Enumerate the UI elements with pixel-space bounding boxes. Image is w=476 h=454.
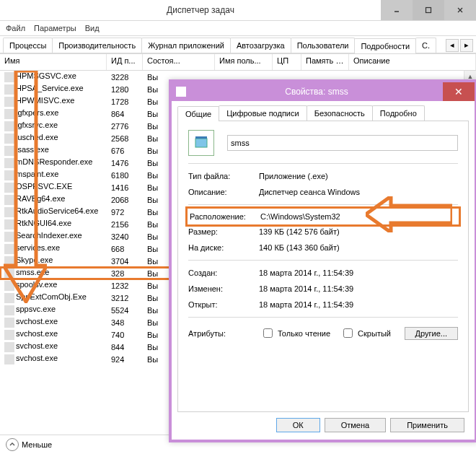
process-icon [4,146,14,156]
process-icon [4,109,14,119]
process-icon [4,195,14,205]
tab-overflow[interactable]: С. [415,38,436,53]
location-label: Расположение: [190,212,260,221]
modified-label: Изменен: [188,284,259,293]
tab-nav-left-icon[interactable]: ◂ [446,39,459,52]
apply-button[interactable]: Применить [390,418,464,432]
dialog-titlebar[interactable]: Свойства: smss ✕ [172,82,475,101]
header-user[interactable]: Имя поль... [215,54,273,70]
tab-signatures[interactable]: Цифровые подписи [219,105,307,121]
process-icon [4,281,14,291]
menu-options[interactable]: Параметры [34,24,76,32]
process-icon [4,72,14,82]
svg-rect-4 [195,139,207,147]
svg-rect-5 [195,136,207,139]
type-value: Приложение (.exe) [259,172,458,180]
dialog-icon [176,87,186,97]
process-icon [4,183,14,193]
ok-button[interactable]: ОК [276,418,320,432]
location-value: C:\Windows\System32 [260,212,457,221]
desc-value: Диспетчер сеанса Windows [259,188,458,196]
tab-users[interactable]: Пользователи [291,38,356,53]
process-icon [4,330,14,340]
created-label: Создан: [188,269,259,277]
cancel-button[interactable]: Отмена [325,418,386,432]
header-cpu[interactable]: ЦП [273,54,301,70]
other-attributes-button[interactable]: Другие... [405,327,458,340]
close-button[interactable] [444,0,476,20]
modified-value: 18 марта 2014 г., 11:54:39 [259,284,458,293]
svg-rect-1 [426,8,431,13]
tab-processes[interactable]: Процессы [3,38,53,53]
created-value: 18 марта 2014 г., 11:54:39 [259,269,458,277]
header-state[interactable]: Состоя... [143,54,215,70]
process-icon [4,158,14,168]
tab-performance[interactable]: Производительность [52,38,142,53]
readonly-checkbox[interactable]: Только чтение [260,326,330,340]
header-name[interactable]: Имя [0,54,107,70]
process-icon [4,232,14,242]
process-icon [4,354,14,364]
column-headers: Имя ИД п... Состоя... Имя поль... ЦП Пам… [0,53,476,71]
tab-general[interactable]: Общие [177,106,219,121]
tab-nav-right-icon[interactable]: ▸ [460,39,473,52]
opened-value: 18 марта 2014 г., 11:54:39 [259,300,458,309]
disk-label: На диске: [188,243,259,252]
properties-dialog: Свойства: smss ✕ Общие Цифровые подписи … [169,79,476,442]
header-mem[interactable]: Память (ч... [301,54,349,70]
minimize-button[interactable] [381,0,413,20]
chevron-up-icon [6,438,19,451]
menubar: Файл Параметры Вид [0,21,476,35]
header-pid[interactable]: ИД п... [107,54,143,70]
attributes-label: Атрибуты: [188,329,250,338]
process-icon [4,244,14,254]
titlebar[interactable]: Диспетчер задач [0,0,476,21]
process-icon [4,121,14,131]
dialog-close-button[interactable]: ✕ [443,82,475,101]
menu-view[interactable]: Вид [85,24,100,32]
process-icon [4,207,14,217]
tab-details[interactable]: Подробно [372,105,425,121]
process-icon [4,293,14,303]
size-label: Размер: [188,227,259,236]
dialog-title: Свойства: smss [190,87,443,97]
process-icon [4,97,14,107]
dialog-tabs: Общие Цифровые подписи Безопасность Подр… [177,105,469,121]
hidden-checkbox[interactable]: Скрытый [340,326,391,340]
tab-details[interactable]: Подробности [354,38,416,53]
desc-label: Описание: [188,188,259,196]
main-tabs: Процессы Производительность Журнал прило… [0,35,476,53]
fewer-details-label: Меньше [22,440,52,449]
tab-startup[interactable]: Автозагрузка [230,38,291,53]
type-label: Тип файла: [188,172,259,180]
process-icon [4,342,14,352]
opened-label: Открыт: [188,300,259,309]
disk-value: 140 КБ (143 360 байт) [259,243,458,252]
fewer-details-button[interactable]: Меньше [6,438,52,451]
filename-input[interactable] [227,135,458,151]
process-icon [4,170,14,180]
maximize-button[interactable] [413,0,444,20]
process-icon [4,269,14,279]
process-icon [4,256,14,266]
size-value: 139 КБ (142 576 байт) [259,227,458,236]
process-icon [4,305,14,315]
tab-app-history[interactable]: Журнал приложений [141,38,231,53]
file-icon [188,130,214,156]
process-icon [4,219,14,230]
header-desc[interactable]: Описание [349,54,476,70]
menu-file[interactable]: Файл [6,24,25,32]
process-icon [4,84,14,95]
process-icon [4,318,14,328]
process-icon [4,134,14,144]
window-title: Диспетчер задач [20,5,381,15]
tab-security[interactable]: Безопасность [307,105,373,121]
